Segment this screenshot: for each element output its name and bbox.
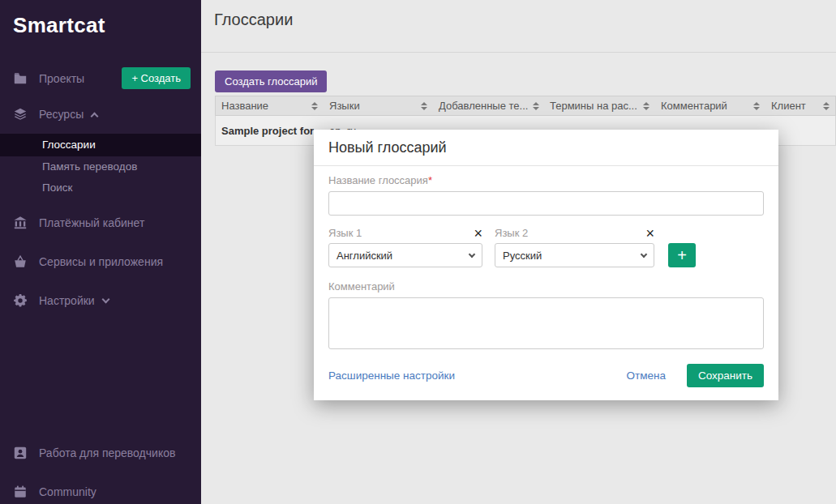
modal-footer: Расширенные настройки Отмена Сохранить	[314, 349, 778, 400]
app-root: Smartcat Проекты + Создать Ресурсы Глосс…	[0, 0, 836, 504]
new-glossary-modal: Новый глоссарий Название глоссария* Язык…	[314, 130, 778, 400]
create-glossary-button[interactable]: Создать глоссарий	[215, 70, 327, 92]
cancel-button[interactable]: Отмена	[626, 369, 665, 382]
projects-folder-icon	[12, 70, 28, 87]
language-1-label: Язык 1	[328, 227, 362, 239]
sidebar-item-label: Сервисы и приложения	[39, 255, 163, 268]
sidebar-item-label: Ресурсы	[39, 108, 84, 121]
table-header-terms-review[interactable]: Термины на рас...	[544, 100, 655, 112]
save-button[interactable]: Сохранить	[687, 364, 764, 387]
page-header: Глоссарии	[201, 0, 836, 53]
table-header-added-terms[interactable]: Добавленные те...	[433, 100, 544, 112]
language-1-value: Английский	[337, 250, 392, 262]
language-2-column: Язык 2 × Русский	[495, 227, 654, 267]
sidebar-item-services[interactable]: Сервисы и приложения	[0, 242, 201, 281]
language-2-select[interactable]: Русский	[495, 243, 654, 267]
comment-block: Комментарий	[328, 280, 764, 349]
sidebar-item-label: Настройки	[39, 294, 95, 307]
sidebar-item-label: Проекты	[39, 72, 84, 85]
glossary-name-input[interactable]	[328, 191, 764, 216]
sort-icon[interactable]	[311, 102, 318, 110]
chevron-down-icon	[469, 250, 475, 257]
app-logo: Smartcat	[0, 0, 201, 45]
sidebar-item-label: Работа для переводчиков	[39, 446, 175, 459]
bank-icon	[12, 215, 28, 231]
sort-icon[interactable]	[753, 102, 760, 110]
modal-body: Название глоссария* Язык 1 × Английский	[314, 166, 778, 349]
language-2-header: Язык 2 ×	[495, 227, 654, 239]
sort-icon[interactable]	[643, 102, 650, 110]
sidebar-item-work-for-translators[interactable]: Работа для переводчиков	[0, 434, 201, 472]
language-2-label: Язык 2	[495, 227, 528, 239]
sort-icon[interactable]	[533, 102, 539, 110]
sidebar-nav: Проекты + Создать Ресурсы Глоссарии Памя…	[0, 61, 201, 320]
resources-sub-list: Глоссарии Память переводов Поиск	[0, 132, 201, 203]
sort-icon[interactable]	[823, 102, 830, 110]
sidebar-item-glossaries[interactable]: Глоссарии	[0, 134, 201, 156]
sidebar-item-translation-memory[interactable]: Память переводов	[0, 156, 201, 177]
sidebar-item-projects[interactable]: Проекты + Создать	[0, 61, 201, 96]
sidebar-item-label: Платёжный кабинет	[39, 216, 144, 229]
table-header-client[interactable]: Клиент	[765, 100, 835, 112]
clear-language-1-icon[interactable]: ×	[474, 228, 482, 239]
comment-label: Комментарий	[328, 280, 764, 293]
sidebar-item-label: Community	[39, 485, 96, 498]
table-header-languages[interactable]: Языки	[324, 100, 433, 112]
language-1-column: Язык 1 × Английский	[328, 227, 482, 267]
glossary-name-label: Название глоссария*	[328, 174, 764, 186]
modal-title: Новый глоссарий	[328, 139, 764, 156]
cell-name[interactable]: Sample project for ...	[216, 125, 324, 137]
language-1-header: Язык 1 ×	[328, 227, 482, 239]
basket-icon	[12, 254, 28, 270]
required-asterisk: *	[428, 174, 432, 186]
person-badge-icon	[12, 445, 28, 461]
footer-actions: Отмена Сохранить	[626, 364, 764, 387]
clear-language-2-icon[interactable]: ×	[645, 228, 654, 239]
layers-icon	[12, 106, 28, 122]
gear-icon	[12, 293, 28, 309]
chevron-up-icon	[91, 112, 99, 120]
advanced-settings-link[interactable]: Расширенные настройки	[328, 369, 455, 382]
page-title: Глоссарии	[214, 11, 823, 29]
sidebar: Smartcat Проекты + Создать Ресурсы Глосс…	[0, 0, 201, 504]
create-project-button[interactable]: + Создать	[122, 67, 191, 89]
sidebar-item-community[interactable]: Community	[0, 472, 201, 504]
table-header-name[interactable]: Название	[216, 100, 324, 112]
calendar-icon	[12, 484, 28, 500]
sidebar-item-billing[interactable]: Платёжный кабинет	[0, 203, 201, 242]
sidebar-item-search[interactable]: Поиск	[0, 177, 201, 199]
languages-row: Язык 1 × Английский Язык 2 × Русский	[328, 227, 764, 267]
add-language-button[interactable]: +	[668, 243, 696, 267]
chevron-down-icon	[641, 250, 647, 257]
sort-icon[interactable]	[421, 102, 427, 110]
sidebar-item-resources[interactable]: Ресурсы	[0, 96, 201, 132]
modal-header: Новый глоссарий	[314, 130, 778, 166]
sidebar-bottom: Работа для переводчиков Community	[0, 434, 201, 504]
language-2-value: Русский	[503, 250, 542, 262]
comment-textarea[interactable]	[328, 297, 764, 349]
table-header-comment[interactable]: Комментарий	[655, 100, 765, 112]
sidebar-item-settings[interactable]: Настройки	[0, 281, 201, 320]
table-header-row: Название Языки Добавленные те... Термины…	[215, 96, 836, 116]
chevron-down-icon	[101, 296, 109, 304]
language-1-select[interactable]: Английский	[328, 243, 482, 267]
